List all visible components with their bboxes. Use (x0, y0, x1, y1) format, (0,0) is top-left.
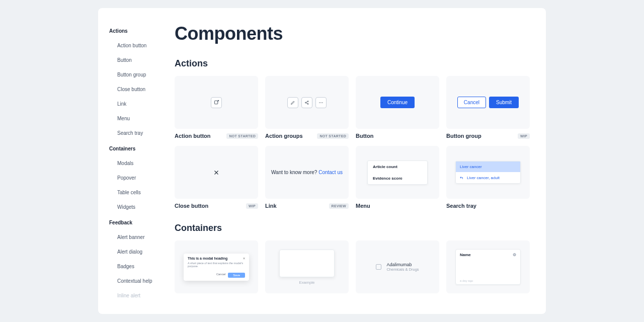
card-modals[interactable]: This is a modal heading × A short piece … (175, 240, 258, 293)
status-badge: WIP (518, 133, 530, 139)
card-button-group[interactable]: Cancel Submit Button group WIP (446, 76, 530, 139)
sidebar-item-action-button[interactable]: Action button (109, 41, 169, 50)
export-icon-button[interactable] (211, 97, 222, 108)
modal-header: This is a modal heading × (188, 257, 245, 260)
sidebar: Actions Action button Button Button grou… (98, 8, 169, 314)
svg-point-5 (320, 102, 321, 103)
export-icon (214, 100, 219, 105)
widget-footer: a day ago (456, 277, 520, 284)
sidebar-item-widgets[interactable]: Widgets (109, 202, 169, 212)
card-meta: Action groups NOT STARTED (265, 129, 349, 139)
contact-us-link[interactable]: Contact us (318, 170, 343, 175)
card-title: Button (356, 133, 373, 139)
status-badge: WIP (246, 203, 258, 209)
sidebar-item-contextual-help[interactable]: Contextual help (109, 276, 169, 286)
sidebar-item-popover[interactable]: Popover (109, 173, 169, 183)
sidebar-item-modals[interactable]: Modals (109, 158, 169, 168)
link-text-prefix: Want to know more? (271, 170, 318, 175)
svg-point-1 (305, 102, 306, 103)
modal-heading: This is a modal heading (188, 257, 227, 260)
card-title: Close button (175, 203, 208, 209)
status-badge: NOT STARTED (226, 133, 258, 139)
more-icon-button[interactable] (315, 97, 327, 108)
checkbox[interactable] (376, 264, 381, 270)
card-meta: Action button NOT STARTED (175, 129, 258, 139)
app-root: Actions Action button Button Button grou… (98, 8, 546, 314)
card-title: Menu (356, 203, 370, 209)
sidebar-item-button[interactable]: Button (109, 55, 169, 65)
preview: Liver cancer ↵ Liver cancer, adult (446, 146, 530, 199)
sidebar-item-search-tray[interactable]: Search tray (109, 128, 169, 138)
cell-subtitle: Chemicals & Drugs (386, 267, 419, 272)
tray-suggestion[interactable]: ↵ Liver cancer, adult (456, 172, 520, 183)
card-menu[interactable]: Article count Evidence score Menu (356, 146, 439, 209)
widget-preview: Name ⚙ a day ago (455, 249, 521, 285)
cell-text: Adalimumab Chemicals & Drugs (386, 262, 419, 272)
sidebar-item-inline-alert[interactable]: Inline alert (109, 291, 169, 300)
svg-rect-0 (214, 101, 217, 104)
preview (265, 76, 349, 129)
card-link[interactable]: Want to know more? Contact us Link REVIE… (265, 146, 349, 209)
modal-primary[interactable]: Save (228, 273, 245, 278)
card-meta: Menu (356, 199, 439, 209)
cell-title: Adalimumab (386, 262, 419, 267)
modal-cancel[interactable]: Cancel (216, 273, 226, 278)
page-title: Components (175, 23, 530, 44)
card-close-button[interactable]: Close button WIP (175, 146, 258, 209)
sidebar-item-table-cells[interactable]: Table cells (109, 188, 169, 197)
continue-button[interactable]: Continue (380, 97, 415, 108)
card-action-button[interactable]: Action button NOT STARTED (175, 76, 258, 139)
search-tray-preview: Liver cancer ↵ Liver cancer, adult (455, 161, 521, 184)
card-button[interactable]: Continue Button (356, 76, 439, 139)
gear-icon[interactable]: ⚙ (513, 253, 516, 257)
sidebar-item-menu[interactable]: Menu (109, 114, 169, 123)
sidebar-item-badges[interactable]: Badges (109, 262, 169, 271)
close-icon (213, 170, 219, 176)
section-title-actions: Actions (175, 58, 530, 69)
more-icon (318, 100, 324, 105)
card-title: Action groups (265, 133, 303, 139)
card-title: Search tray (446, 203, 476, 209)
card-meta: Button (356, 129, 439, 139)
card-widgets[interactable]: Name ⚙ a day ago (446, 240, 530, 293)
sidebar-item-alert-banner[interactable]: Alert banner (109, 232, 169, 242)
svg-point-2 (307, 101, 308, 102)
sidebar-item-close-button[interactable]: Close button (109, 85, 169, 94)
menu-item[interactable]: Article count (368, 161, 427, 173)
card-popover[interactable]: Example (265, 240, 349, 293)
close-icon[interactable]: × (243, 257, 245, 260)
sidebar-group-feedback: Feedback Alert banner Alert dialog Badge… (109, 218, 169, 300)
preview: Cancel Submit (446, 76, 530, 129)
preview: Article count Evidence score (356, 146, 439, 199)
preview: Name ⚙ a day ago (446, 240, 530, 293)
cancel-button[interactable]: Cancel (457, 97, 486, 108)
sidebar-heading: Actions (109, 26, 169, 36)
popover-caption: Example (299, 280, 314, 285)
menu-item[interactable]: Evidence score (368, 173, 427, 184)
sidebar-item-button-group[interactable]: Button group (109, 70, 169, 79)
subdirectory-icon: ↵ (460, 175, 464, 180)
close-button-preview[interactable] (211, 167, 222, 178)
sidebar-heading: Feedback (109, 218, 169, 227)
tray-selected[interactable]: Liver cancer (456, 162, 520, 172)
card-meta: Link REVIEW (265, 199, 349, 209)
card-title: Link (265, 203, 277, 209)
card-action-groups[interactable]: Action groups NOT STARTED (265, 76, 349, 139)
card-table-cells[interactable]: Adalimumab Chemicals & Drugs (356, 240, 439, 293)
share-icon-button[interactable] (301, 97, 312, 108)
table-cell-preview: Adalimumab Chemicals & Drugs (376, 262, 419, 272)
edit-icon-button[interactable] (287, 97, 298, 108)
card-meta: Search tray (446, 199, 530, 209)
modal-footer: Cancel Save (188, 273, 245, 278)
submit-button[interactable]: Submit (489, 97, 519, 108)
sidebar-item-alert-dialog[interactable]: Alert dialog (109, 247, 169, 257)
sidebar-group-actions: Actions Action button Button Button grou… (109, 26, 169, 138)
preview: Want to know more? Contact us (265, 146, 349, 199)
widget-title: Name (460, 253, 471, 257)
card-search-tray[interactable]: Liver cancer ↵ Liver cancer, adult Searc… (446, 146, 530, 209)
card-meta: Close button WIP (175, 199, 258, 209)
sidebar-item-link[interactable]: Link (109, 99, 169, 109)
button-row: Cancel Submit (457, 97, 519, 108)
preview: Adalimumab Chemicals & Drugs (356, 240, 439, 293)
edit-icon (290, 100, 295, 105)
